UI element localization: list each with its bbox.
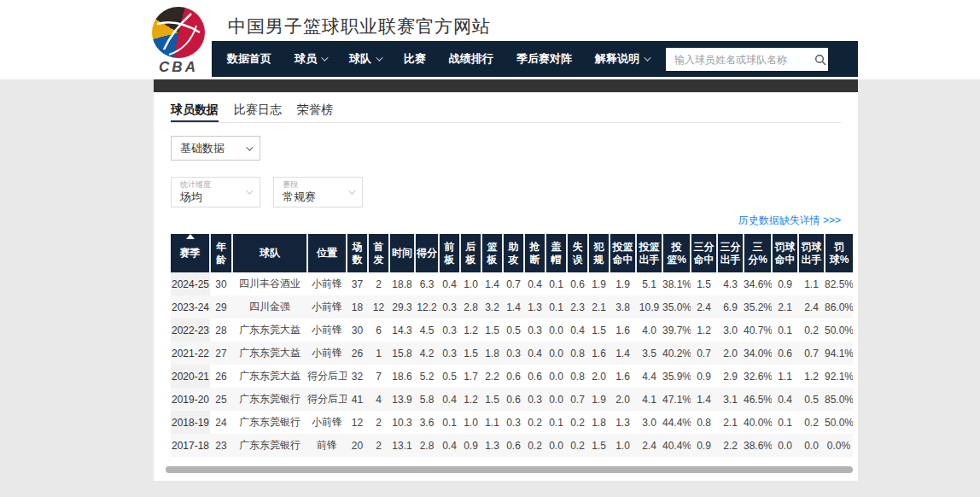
stat-cell: 0.4 (439, 388, 460, 411)
stat-cell: 18 (347, 295, 368, 319)
stat-cell: 10.9 (636, 295, 662, 319)
stat-cell: 0.6 (503, 365, 524, 388)
column-header-19[interactable]: 三分命中 (691, 234, 717, 272)
column-header-0[interactable]: 赛季 (171, 234, 210, 272)
stat-cell: 0.6 (503, 388, 524, 411)
stat-cell: 0.4 (524, 342, 545, 365)
stat-cell: 1 (368, 342, 389, 365)
nav-item-label: 季后赛对阵 (516, 51, 572, 67)
column-header-6[interactable]: 时间 (389, 234, 415, 272)
logo-text: CBA (145, 58, 212, 77)
stat-cell: 小前锋 (307, 295, 347, 319)
horizontal-scrollbar[interactable] (166, 466, 853, 473)
table-row: 2018-1924广东东莞银行小前锋12210.33.60.11.01.10.3… (171, 411, 853, 434)
column-header-1[interactable]: 年龄 (210, 234, 232, 272)
column-header-3[interactable]: 位置 (307, 234, 347, 272)
stage-select[interactable]: 赛段 常规赛 (273, 177, 363, 208)
nav-item-6[interactable]: 解释说明 (595, 51, 649, 67)
nav-item-5[interactable]: 季后赛对阵 (516, 51, 572, 67)
stat-cell: 0.7 (567, 388, 588, 411)
stat-cell: 0.0 (798, 434, 825, 457)
stat-cell: 0.6 (772, 342, 798, 365)
column-header-7[interactable]: 得分 (415, 234, 439, 272)
stat-cell: 0.3 (503, 342, 524, 365)
column-header-16[interactable]: 投篮命中 (610, 234, 636, 272)
stat-cell: 10.3 (389, 411, 415, 434)
data-category-select[interactable]: 基础数据 (171, 136, 260, 161)
chevron-down-icon (376, 54, 382, 61)
nav-item-label: 数据首页 (227, 51, 271, 67)
stat-cell: 1.1 (798, 272, 825, 295)
stat-cell: 2.4 (691, 295, 717, 319)
stat-cell: 0.8 (567, 342, 588, 365)
column-header-23[interactable]: 罚球出手 (798, 234, 825, 272)
search-icon[interactable] (812, 48, 828, 71)
nav-item-3[interactable]: 比赛 (404, 51, 426, 67)
stat-cell: 27 (210, 342, 232, 365)
stat-cell: 2.8 (460, 295, 481, 319)
stat-cell: 0.3 (439, 342, 460, 365)
column-header-14[interactable]: 失误 (567, 234, 588, 272)
stat-cell: 0.0 (772, 434, 798, 457)
stat-cell: 2.1 (588, 295, 610, 319)
table-row: 2017-1823广东东莞银行前锋20213.12.80.40.91.30.60… (171, 434, 853, 457)
column-header-22[interactable]: 罚球命中 (772, 234, 798, 272)
column-header-9[interactable]: 后板 (460, 234, 481, 272)
nav-item-4[interactable]: 战绩排行 (449, 51, 493, 67)
stat-cell: 4.0 (636, 319, 662, 342)
stat-cell: 1.2 (460, 388, 481, 411)
stat-cell: 得分后卫 (307, 388, 347, 411)
column-header-5[interactable]: 首发 (368, 234, 389, 272)
stat-cell: 13.9 (389, 388, 415, 411)
stat-cell: 40.4% (662, 434, 691, 457)
dark-strip (154, 79, 858, 92)
stage-label: 赛段 (283, 180, 355, 190)
column-header-15[interactable]: 犯规 (588, 234, 610, 272)
stat-cell: 38.1% (662, 272, 691, 295)
cba-logo[interactable]: CBA (145, 5, 212, 79)
stat-cell: 6.3 (415, 272, 439, 295)
stat-cell: 0.0 (545, 342, 567, 365)
table-row: 2023-2429四川金强小前锋181229.312.20.32.83.21.4… (171, 295, 853, 319)
table-row: 2021-2227广东东莞大益小前锋26115.84.20.31.51.80.3… (171, 342, 853, 365)
stat-cell: 26 (210, 365, 232, 388)
history-missing-data-link[interactable]: 历史数据缺失详情 >>> (738, 214, 841, 226)
column-header-10[interactable]: 篮板 (481, 234, 503, 272)
column-header-2[interactable]: 球队 (232, 234, 307, 272)
column-header-24[interactable]: 罚球% (825, 234, 853, 272)
nav-item-1[interactable]: 球员 (295, 51, 326, 67)
stat-cell: 24 (210, 411, 232, 434)
column-header-17[interactable]: 投篮出手 (636, 234, 662, 272)
stat-cell: 0.3 (439, 319, 460, 342)
stat-cell: 2 (368, 434, 389, 457)
stat-cell: 2.4 (798, 295, 825, 319)
season-cell: 2018-19 (171, 411, 210, 434)
stat-cell: 34.0% (744, 342, 772, 365)
stat-cell: 0.4 (567, 319, 588, 342)
page-title: 中国男子篮球职业联赛官方网站 (228, 15, 491, 38)
stat-cell: 前锋 (307, 434, 347, 457)
history-link-row: 历史数据缺失详情 >>> (738, 212, 841, 228)
column-header-8[interactable]: 前板 (439, 234, 460, 272)
tab-0[interactable]: 球员数据 (171, 102, 219, 122)
column-header-12[interactable]: 抢断 (524, 234, 545, 272)
season-cell: 2020-21 (171, 365, 210, 388)
tab-1[interactable]: 比赛日志 (234, 102, 282, 122)
column-header-21[interactable]: 三分% (744, 234, 772, 272)
stat-dimension-select[interactable]: 统计维度 场均 (171, 177, 260, 208)
column-header-18[interactable]: 投篮% (662, 234, 691, 272)
stat-cell: 1.3 (610, 411, 636, 434)
nav-item-label: 球员 (295, 51, 317, 67)
nav-item-0[interactable]: 数据首页 (227, 51, 271, 67)
column-header-13[interactable]: 盖帽 (545, 234, 567, 272)
column-header-4[interactable]: 场数 (347, 234, 368, 272)
column-header-11[interactable]: 助攻 (503, 234, 524, 272)
stat-cell: 3.8 (610, 295, 636, 319)
search-input[interactable] (666, 48, 812, 71)
stat-cell: 50.0% (825, 411, 853, 434)
tab-2[interactable]: 荣誉榜 (297, 102, 333, 122)
stat-cell: 1.8 (588, 411, 610, 434)
season-cell: 2021-22 (171, 342, 210, 365)
nav-item-2[interactable]: 球队 (349, 51, 381, 67)
column-header-20[interactable]: 三分出手 (717, 234, 744, 272)
